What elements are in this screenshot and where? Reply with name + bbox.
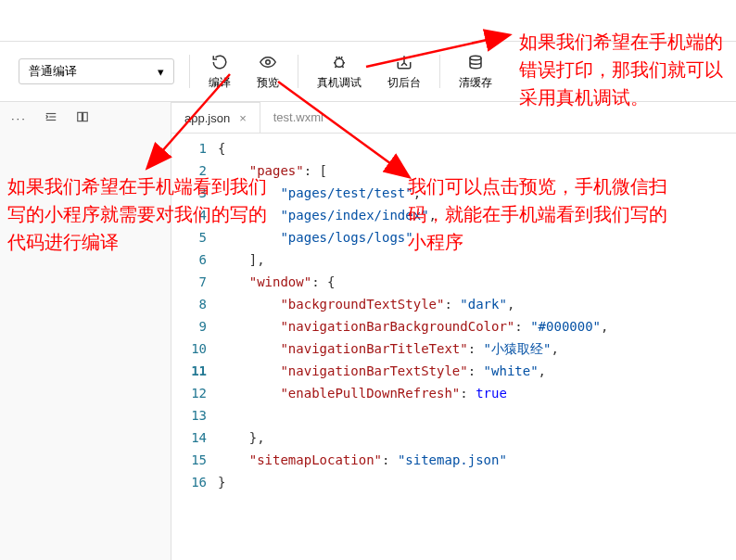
code-line: "sitemapLocation": "sitemap.json" xyxy=(218,449,736,471)
code-line: "enablePullDownRefresh": true xyxy=(218,382,736,404)
tab-test-wxml[interactable]: test.wxml xyxy=(260,102,336,133)
more-icon[interactable]: ··· xyxy=(11,111,27,125)
tab-label: app.json xyxy=(184,111,230,125)
compile-icon xyxy=(211,53,228,71)
svg-point-0 xyxy=(266,59,271,64)
code-line: }, xyxy=(218,426,736,449)
bug-icon xyxy=(330,53,349,71)
compile-mode-select[interactable]: 普通编译 ▾ xyxy=(19,58,174,84)
close-icon[interactable]: × xyxy=(239,111,247,125)
sidebar: ··· xyxy=(0,102,171,560)
clear-cache-button[interactable]: 清缓存 xyxy=(446,49,505,95)
chevron-down-icon: ▾ xyxy=(158,65,164,79)
eye-icon xyxy=(259,53,277,71)
debug-button[interactable]: 真机调试 xyxy=(304,49,374,95)
annotation-compile: 如果我们希望在手机端看到我们写的小程序就需要对我们的写的代码进行编译 xyxy=(7,172,267,256)
svg-point-2 xyxy=(470,56,481,60)
code-line: "navigationBarTitleText": "小猿取经", xyxy=(218,337,736,360)
code-line: "navigationBarBackgroundColor": "#000000… xyxy=(218,315,736,337)
code-line: { xyxy=(218,137,736,159)
svg-rect-6 xyxy=(78,112,82,121)
annotation-preview: 我们可以点击预览，手机微信扫码，就能在手机端看到我们写的小程序 xyxy=(408,172,667,256)
preview-button[interactable]: 预览 xyxy=(244,49,292,95)
compile-button[interactable]: 编译 xyxy=(196,49,244,95)
background-icon xyxy=(396,53,412,71)
cache-icon xyxy=(467,53,484,71)
code-line: "backgroundTextStyle": "dark", xyxy=(218,293,736,315)
annotation-debug: 如果我们希望在手机端的错误打印，那我们就可以采用真机调试。 xyxy=(519,28,732,111)
tab-label: test.wxml xyxy=(273,110,324,124)
code-line: } xyxy=(218,471,736,493)
code-line xyxy=(218,404,736,426)
compile-mode-label: 普通编译 xyxy=(29,63,77,80)
tab-app-json[interactable]: app.json× xyxy=(171,102,260,133)
code-line: "navigationBarTextStyle": "white", xyxy=(218,360,736,382)
background-button[interactable]: 切后台 xyxy=(374,49,434,95)
svg-rect-7 xyxy=(82,112,87,121)
indent-icon[interactable] xyxy=(44,110,58,126)
split-icon[interactable] xyxy=(75,110,90,126)
code-line: "window": { xyxy=(218,271,736,293)
